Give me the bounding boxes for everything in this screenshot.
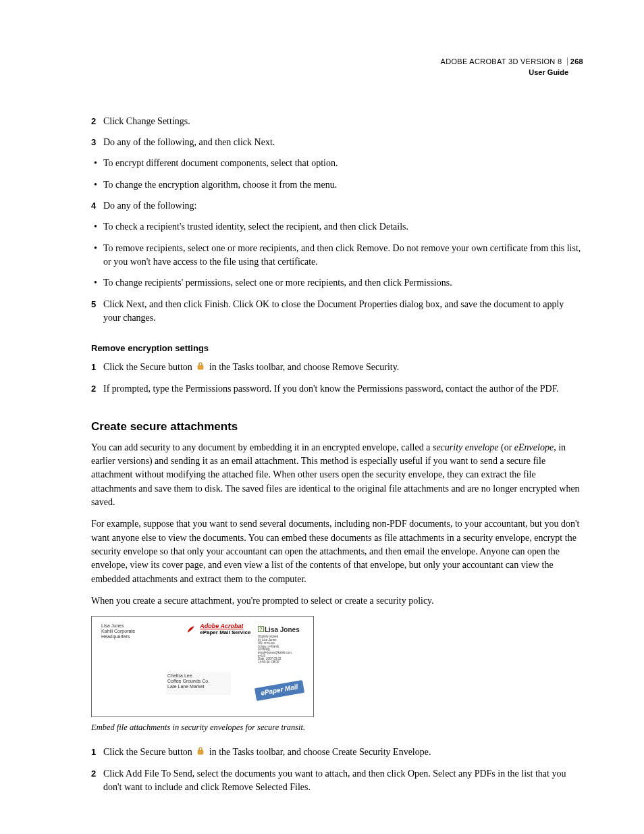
step-4: 4 Do any of the following:: [91, 199, 583, 213]
paragraph: You can add security to any document by …: [91, 441, 583, 509]
figure-caption: Embed file attachments in security envel…: [91, 721, 583, 733]
attach-step-1: 1 Click the Secure button in the Tasks t…: [91, 746, 583, 760]
figure-brand: Adobe Acrobat ePaper Mail Service: [186, 623, 250, 636]
step-number: 3: [91, 136, 103, 149]
document-page: ADOBE ACROBAT 3D VERSION 8 268 User Guid…: [0, 0, 644, 834]
page-content: 2 Click Change Settings. 3 Do any of the…: [91, 115, 583, 795]
bullet-item: • To remove recipients, select one or mo…: [91, 242, 583, 269]
bullet-text: To change the encryption algorithm, choo…: [103, 178, 583, 192]
product-name: ADOBE ACROBAT 3D VERSION 8: [441, 57, 562, 66]
attach-step-2: 2 Click Add File To Send, select the doc…: [91, 767, 583, 795]
step-text: Click Add File To Send, select the docum…: [103, 767, 583, 795]
signature-badge-icon: ?: [258, 626, 264, 632]
step-number: 2: [91, 382, 103, 396]
lock-icon: [196, 746, 205, 760]
bullet-text: To remove recipients, select one or more…: [103, 242, 583, 269]
term-eenvelope: eEnvelope: [514, 442, 554, 452]
figure-recipient-address: Chettra Lee Coffee Grounds Co. Late Lane…: [166, 672, 230, 694]
bullet-item: • To change recipients' permissions, sel…: [91, 276, 583, 290]
step-number: 2: [91, 767, 103, 795]
term-security-envelope: security envelope: [433, 442, 499, 452]
step-text: Click Change Settings.: [103, 115, 583, 128]
remove-step-1: 1 Click the Secure button in the Tasks t…: [91, 361, 583, 375]
step-text: Click the Secure button in the Tasks too…: [103, 746, 583, 760]
bullet-marker: •: [94, 157, 103, 170]
step-number: 5: [91, 298, 103, 325]
paragraph: When you create a secure attachment, you…: [91, 594, 583, 608]
figure-epaper-stamp: ePaper Mail: [254, 680, 304, 701]
step-number: 4: [91, 199, 103, 213]
step-5: 5 Click Next, and then click Finish. Cli…: [91, 298, 583, 325]
bullet-text: To change recipients' permissions, selec…: [103, 276, 583, 290]
step-3: 3 Do any of the following, and then clic…: [91, 136, 583, 149]
svg-rect-0: [198, 365, 203, 369]
bullet-marker: •: [94, 178, 103, 192]
bullet-item: • To check a recipient's trusted identit…: [91, 220, 583, 234]
bullet-marker: •: [94, 220, 103, 234]
step-text: Do any of the following, and then click …: [103, 136, 583, 149]
subheading-remove-encryption: Remove encryption settings: [91, 342, 583, 355]
heading-create-secure-attachments: Create secure attachments: [91, 419, 583, 436]
figure-sender-address: Lisa Jones Kahili Corporate Headquarters: [101, 623, 135, 640]
page-number: 268: [567, 57, 583, 66]
step-number: 2: [91, 115, 103, 128]
acrobat-logo-icon: [186, 625, 196, 634]
step-2: 2 Click Change Settings.: [91, 115, 583, 128]
step-number: 1: [91, 746, 103, 760]
step-number: 1: [91, 361, 103, 375]
step-text: Do any of the following:: [103, 199, 583, 213]
page-header: ADOBE ACROBAT 3D VERSION 8 268 User Guid…: [91, 57, 583, 78]
paragraph: For example, suppose that you want to se…: [91, 517, 583, 585]
svg-rect-1: [198, 750, 203, 754]
bullet-marker: •: [94, 276, 103, 290]
step-text: Click the Secure button in the Tasks too…: [103, 361, 583, 375]
lock-icon: [196, 361, 205, 375]
bullet-text: To check a recipient's trusted identity,…: [103, 220, 583, 234]
step-text: If prompted, type the Permissions passwo…: [103, 382, 583, 396]
bullet-item: • To change the encryption algorithm, ch…: [91, 178, 583, 192]
bullet-item: • To encrypt different document componen…: [91, 157, 583, 170]
step-text: Click Next, and then click Finish. Click…: [103, 298, 583, 325]
guide-label: User Guide: [91, 68, 583, 78]
bullet-text: To encrypt different document components…: [103, 157, 583, 170]
bullet-marker: •: [94, 242, 103, 269]
figure-digital-signature: ?Lisa Jones Digitally signed by Lisa Jon…: [258, 622, 306, 664]
figure-security-envelope: Lisa Jones Kahili Corporate Headquarters…: [91, 616, 314, 717]
remove-step-2: 2 If prompted, type the Permissions pass…: [91, 382, 583, 396]
